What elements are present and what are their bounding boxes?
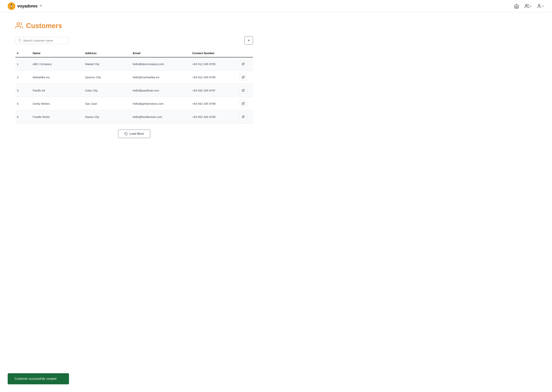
svg-line-8 (21, 41, 21, 42)
user-button[interactable]: ▾ (536, 3, 544, 9)
table-row: 1 ABC Company Makati City hello@abccompa… (15, 57, 253, 71)
user-dropdown-arrow: ▾ (542, 5, 544, 7)
cell-num: 1 (15, 57, 30, 71)
cell-email: hello@geelymotors.com (130, 97, 189, 110)
home-button[interactable] (513, 3, 520, 9)
table-row: 2 Maharlika Inc Quezon City hello@marhar… (15, 71, 253, 84)
edit-icon (242, 102, 245, 105)
cell-address: Quezon City (82, 71, 130, 84)
cell-contact: +63 942 345 6788 (189, 97, 237, 110)
edit-button[interactable] (240, 61, 247, 67)
page-header: Customers (15, 22, 253, 30)
edit-button[interactable] (240, 100, 247, 107)
page-title: Customers (26, 22, 62, 30)
edit-button[interactable] (240, 113, 247, 120)
cell-name: ABC Company (30, 57, 82, 71)
col-header-contact: Contact Number (189, 49, 237, 57)
team-icon (524, 4, 529, 9)
cell-address: Cebu City (82, 84, 130, 97)
edit-icon (242, 76, 245, 79)
edit-icon (242, 89, 245, 92)
cell-num: 4 (15, 97, 30, 110)
table-header: # Name Address Email Contact Number (15, 49, 253, 57)
cell-action (237, 71, 253, 84)
cell-address: Makati City (82, 57, 130, 71)
search-input[interactable] (23, 39, 66, 42)
logo-icon (8, 2, 15, 10)
col-header-num: # (15, 49, 30, 57)
cell-contact: +63 922 345 6786 (189, 71, 237, 84)
edit-button[interactable] (240, 74, 247, 81)
cell-action (237, 110, 253, 123)
svg-point-3 (11, 6, 12, 7)
cell-name: Geely Motors (30, 97, 82, 110)
toolbar: + (15, 36, 253, 45)
add-customer-button[interactable]: + (245, 36, 253, 45)
edit-icon (242, 115, 245, 118)
cell-email: hello@abccompany.com (130, 57, 189, 71)
cell-email: hello@foodieresto.com (130, 110, 189, 123)
cell-action (237, 84, 253, 97)
navbar: voyadores™ ▾ ▾ (0, 0, 552, 13)
svg-point-7 (19, 39, 21, 41)
svg-rect-2 (11, 7, 12, 8)
edit-button[interactable] (240, 87, 247, 94)
cell-action (237, 97, 253, 110)
refresh-icon (124, 132, 128, 135)
cell-name: Pacific Air (30, 84, 82, 97)
cell-num: 5 (15, 110, 30, 123)
cell-action (237, 57, 253, 71)
svg-point-6 (17, 23, 19, 25)
svg-point-5 (538, 4, 540, 6)
table-body: 1 ABC Company Makati City hello@abccompa… (15, 57, 253, 123)
svg-point-4 (525, 4, 527, 6)
load-more-label: Load More (129, 132, 144, 135)
main-content: Customers + # Name Address Email Contact… (0, 13, 268, 147)
customers-icon (15, 22, 23, 30)
cell-name: Foodie Resto (30, 110, 82, 123)
table-row: 3 Pacific Air Cebu City hello@pacificair… (15, 84, 253, 97)
cell-num: 3 (15, 84, 30, 97)
col-header-action (237, 49, 253, 57)
search-icon (18, 39, 22, 42)
load-more-button[interactable]: Load More (118, 130, 151, 138)
table-row: 5 Foodie Resto Davao City hello@foodiere… (15, 110, 253, 123)
cell-contact: +63 912 345 6785 (189, 57, 237, 71)
cell-num: 2 (15, 71, 30, 84)
cell-email: hello@pacificair.com (130, 84, 189, 97)
col-header-email: Email (130, 49, 189, 57)
cell-contact: +63 932 345 6787 (189, 84, 237, 97)
customers-table: # Name Address Email Contact Number 1 AB… (15, 49, 253, 123)
user-icon (537, 4, 542, 9)
cell-address: Davao City (82, 110, 130, 123)
home-icon (514, 4, 519, 9)
edit-icon (242, 63, 245, 65)
team-dropdown-arrow: ▾ (530, 5, 531, 7)
col-header-name: Name (30, 49, 82, 57)
brand: voyadores™ (8, 2, 42, 10)
search-wrapper (15, 37, 69, 44)
navbar-actions: ▾ ▾ (513, 3, 544, 9)
cell-email: hello@marharlika.inc (130, 71, 189, 84)
brand-tm: ™ (39, 5, 42, 8)
cell-name: Maharlika Inc (30, 71, 82, 84)
table-row: 4 Geely Motors San Juan hello@geelymotor… (15, 97, 253, 110)
brand-name: voyadores (17, 4, 37, 9)
add-icon: + (248, 38, 250, 43)
col-header-address: Address (82, 49, 130, 57)
cell-contact: +63 952 345 6789 (189, 110, 237, 123)
team-button[interactable]: ▾ (524, 3, 532, 9)
cell-address: San Juan (82, 97, 130, 110)
load-more-wrapper: Load More (15, 130, 253, 138)
